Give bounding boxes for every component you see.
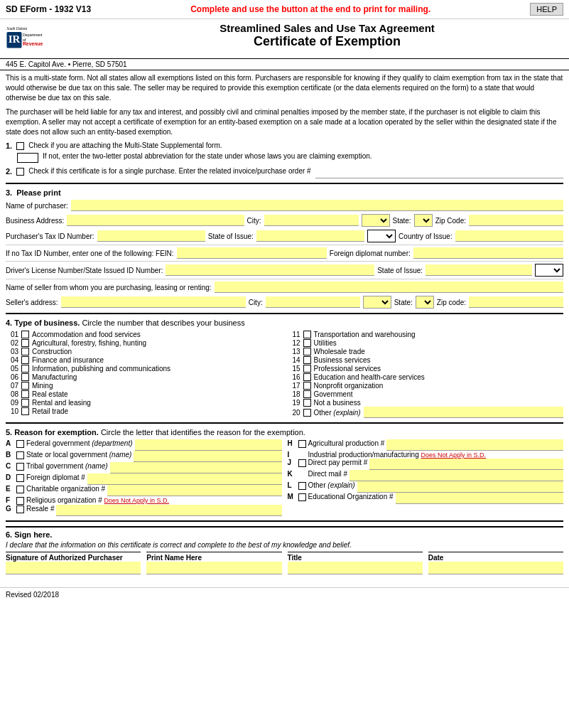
biz-check-08[interactable] xyxy=(21,390,29,398)
zip-select-area[interactable] xyxy=(414,214,433,227)
city-input[interactable] xyxy=(264,215,359,226)
section-1: 1. Check if you are attaching the Multi-… xyxy=(6,141,563,163)
biz-item-20: 20 Other (explain) xyxy=(288,407,564,418)
diplomat-input[interactable] xyxy=(413,247,563,259)
biz-check-12[interactable] xyxy=(303,339,311,347)
reason-A: A Federal government (department) xyxy=(6,439,282,451)
reason-D-input[interactable] xyxy=(87,473,282,485)
biz-check-16[interactable] xyxy=(303,373,311,381)
sig-col-4: Date xyxy=(428,552,563,574)
reason-check-G[interactable] xyxy=(16,505,24,513)
section1-row1: 1. Check if you are attaching the Multi-… xyxy=(6,141,563,150)
reason-check-F[interactable] xyxy=(16,497,24,505)
fein-input[interactable] xyxy=(177,247,327,259)
biz-item-13: 13 Wholesale trade xyxy=(288,347,564,355)
seller-name-input[interactable] xyxy=(215,282,563,293)
biz-item-07: 07 Mining xyxy=(6,381,282,390)
zip-input[interactable] xyxy=(469,215,563,226)
reason-H-input[interactable] xyxy=(386,439,563,451)
drivers-input[interactable] xyxy=(166,264,374,276)
biz-item-14: 14 Business services xyxy=(288,355,564,364)
country-issue-input[interactable] xyxy=(455,230,563,242)
section1-checkbox1[interactable] xyxy=(16,142,24,150)
taxid-input[interactable] xyxy=(97,230,205,242)
reason-check-A[interactable] xyxy=(16,440,24,448)
biz-check-06[interactable] xyxy=(21,373,29,381)
biz-check-02[interactable] xyxy=(21,339,29,347)
seller-city-input[interactable] xyxy=(266,296,360,308)
reason-K-input[interactable] xyxy=(349,470,563,481)
help-button[interactable]: HELP xyxy=(530,3,563,16)
section4-header: Type of business. xyxy=(14,318,80,327)
reason-A-input[interactable] xyxy=(135,439,282,451)
biz-check-04[interactable] xyxy=(21,356,29,364)
svg-text:South Dakota: South Dakota xyxy=(7,26,28,31)
reason-L-input[interactable] xyxy=(357,481,563,493)
reason-check-H[interactable] xyxy=(298,440,306,448)
reason-check-J[interactable] xyxy=(298,459,306,467)
biz-check-15[interactable] xyxy=(303,365,311,373)
reason-E-input[interactable] xyxy=(107,485,281,496)
reason-G: G Resale # xyxy=(6,505,282,516)
reason-check-C[interactable] xyxy=(16,463,24,471)
biz-item-08: 08 Real estate xyxy=(6,390,282,398)
fein-label: If no Tax ID Number, enter one of the fo… xyxy=(6,250,174,257)
state-issue-select[interactable]: SD xyxy=(367,230,396,242)
section2-checkbox[interactable] xyxy=(16,168,24,176)
reason-K: K Direct mail # xyxy=(288,470,564,481)
seller-state-label: State: xyxy=(394,299,413,306)
address-input[interactable] xyxy=(67,215,244,226)
fein-row: If no Tax ID Number, enter one of the fo… xyxy=(6,247,563,262)
print-name-input[interactable] xyxy=(146,562,281,574)
state-issue2-input[interactable] xyxy=(426,264,532,276)
seller-address-input[interactable] xyxy=(61,296,246,308)
seller-zip-input[interactable] xyxy=(469,296,563,308)
section4-header-area: 4. Type of business. Circle the number t… xyxy=(6,318,563,327)
svg-text:IR: IR xyxy=(9,33,21,45)
biz-item-10: 10 Retail trade xyxy=(6,407,282,415)
reason-G-input[interactable] xyxy=(56,505,281,516)
reason-check-E[interactable] xyxy=(16,486,24,493)
reason-C-input[interactable] xyxy=(110,462,282,473)
reason-B-input[interactable] xyxy=(134,451,281,462)
reason-check-B[interactable] xyxy=(16,451,24,459)
biz-check-03[interactable] xyxy=(21,348,29,355)
signature-input[interactable] xyxy=(6,562,141,574)
biz-check-07[interactable] xyxy=(21,382,29,390)
biz-check-01[interactable] xyxy=(21,331,29,338)
biz-check-13[interactable] xyxy=(303,348,311,355)
biz-check-14[interactable] xyxy=(303,356,311,364)
seller-zip-area[interactable] xyxy=(416,296,434,309)
biz-item-03: 03 Construction xyxy=(6,347,282,355)
state-issue-input[interactable] xyxy=(256,230,364,242)
section1-row2: If not, enter the two-letter postal abbr… xyxy=(17,152,563,163)
state-issue2-select[interactable]: SD xyxy=(535,264,563,277)
purchaser-name-input[interactable] xyxy=(71,200,563,211)
country-issue-label: Country of Issue: xyxy=(399,232,453,240)
seller-state-select[interactable]: SD xyxy=(363,296,391,309)
section2-invoice-input[interactable] xyxy=(315,167,563,178)
section-4: 4. Type of business. Circle the number t… xyxy=(6,318,563,418)
biz-check-19[interactable] xyxy=(303,399,311,407)
title-input[interactable] xyxy=(288,562,423,574)
reason-M-input[interactable] xyxy=(396,493,563,504)
other-explain-input[interactable] xyxy=(364,407,563,418)
section1-state-box[interactable] xyxy=(17,153,38,163)
reason-check-M[interactable] xyxy=(298,493,306,501)
biz-check-05[interactable] xyxy=(21,365,29,373)
drivers-label: Driver's License Number/State Issued ID … xyxy=(6,267,163,274)
state-select[interactable]: SDALAK xyxy=(362,214,390,227)
biz-item-01: 01 Accommodation and food services xyxy=(6,330,282,338)
biz-check-09[interactable] xyxy=(21,399,29,407)
biz-check-20[interactable] xyxy=(303,409,311,417)
notice-text: Complete and use the button at the end t… xyxy=(91,4,530,14)
date-input[interactable] xyxy=(428,562,563,574)
biz-check-17[interactable] xyxy=(303,382,311,390)
disclaimer-para2: The purchaser will be held liable for an… xyxy=(6,107,563,137)
biz-check-18[interactable] xyxy=(303,390,311,398)
reason-J-input[interactable] xyxy=(369,459,563,470)
reason-check-L[interactable] xyxy=(298,482,306,490)
biz-check-10[interactable] xyxy=(21,407,29,415)
reason-check-D[interactable] xyxy=(16,474,24,482)
biz-check-11[interactable] xyxy=(303,331,311,338)
